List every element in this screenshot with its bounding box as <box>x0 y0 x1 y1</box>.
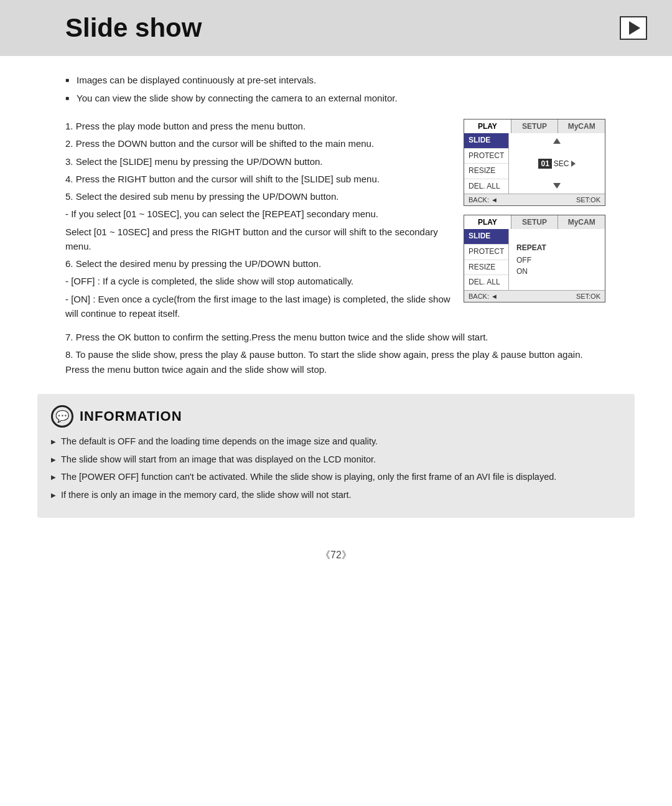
menus-column: PLAY SETUP MyCAM SLIDE PROTECT RESIZE DE… <box>464 119 607 302</box>
step-5: 5. Select the desired sub menu by pressi… <box>65 189 451 204</box>
step-6b: - [ON] : Even once a cycle(from the firs… <box>65 292 451 321</box>
menu2-left: SLIDE PROTECT RESIZE DEL. ALL <box>464 229 509 289</box>
step-5a: - If you select [01 ~ 10SEC], you can se… <box>65 207 451 221</box>
menu1-footer: BACK: ◄ SET:OK <box>464 194 605 205</box>
step-5b: Select [01 ~ 10SEC] and press the RIGHT … <box>65 225 451 254</box>
info-title: INFORMATION <box>80 408 182 424</box>
menu1-left: SLIDE PROTECT RESIZE DEL. ALL <box>464 133 509 194</box>
step-8: 8. To pause the slide show, press the pl… <box>65 347 607 377</box>
step-num: 4. <box>65 174 76 184</box>
menu2-body: SLIDE PROTECT RESIZE DEL. ALL REPEAT OFF… <box>464 229 605 289</box>
menu2-row-resize: RESIZE <box>464 260 508 276</box>
sec-label: SEC <box>554 159 569 168</box>
info-bullet-1: The default is OFF and the loading time … <box>51 435 617 449</box>
info-header: 💬 INFORMATION <box>51 405 617 428</box>
menu1-tab-mycam: MyCAM <box>558 119 605 133</box>
step-4: 4. Press the RIGHT button and the cursor… <box>65 172 451 186</box>
intro-bullet-2: You can view the slide show by connectin… <box>65 91 607 106</box>
sec-value: 01 <box>538 159 551 169</box>
menu2-header: PLAY SETUP MyCAM <box>464 215 605 229</box>
menu1-set: SET:OK <box>576 196 600 204</box>
menu2-set: SET:OK <box>576 293 600 300</box>
menu1-body: SLIDE PROTECT RESIZE DEL. ALL 01 SEC <box>464 133 605 194</box>
steps-menus-section: 1. Press the play mode button and press … <box>65 119 607 324</box>
full-width-steps: 7. Press the OK button to confirm the se… <box>65 330 607 377</box>
step-1: 1. Press the play mode button and press … <box>65 119 451 133</box>
menu1-row-protect: PROTECT <box>464 149 508 164</box>
step-7-num: 7. <box>65 332 76 342</box>
menu1-right-content: 01 SEC <box>513 136 601 191</box>
menu2-row-slide: SLIDE <box>464 229 508 245</box>
intro-bullet-1: Images can be displayed continuously at … <box>65 73 607 88</box>
steps-column: 1. Press the play mode button and press … <box>65 119 451 324</box>
step-num: 6. <box>65 258 76 269</box>
repeat-label: REPEAT <box>516 242 597 255</box>
play-triangle <box>629 21 640 35</box>
menu1-header: PLAY SETUP MyCAM <box>464 119 605 133</box>
info-bullet-2: The slide show will start from an image … <box>51 453 617 467</box>
info-bullets: The default is OFF and the loading time … <box>51 435 617 502</box>
information-box: 💬 INFORMATION The default is OFF and the… <box>37 394 635 518</box>
menu2-back: BACK: ◄ <box>469 293 498 300</box>
page-header: Slide show <box>0 0 672 56</box>
step-2: 2. Press the DOWN button and the cursor … <box>65 136 451 151</box>
menu2-footer: BACK: ◄ SET:OK <box>464 290 605 302</box>
step-num: 1. <box>65 121 76 131</box>
menu2-right-inner: REPEAT OFF ON <box>513 240 601 279</box>
main-content: Images can be displayed continuously at … <box>0 56 672 377</box>
numbered-steps: 1. Press the play mode button and press … <box>65 119 451 321</box>
intro-bullets: Images can be displayed continuously at … <box>65 73 607 105</box>
step-3: 3. Select the [SLIDE] menu by pressing t… <box>65 154 451 169</box>
menu1-right: 01 SEC <box>509 133 605 194</box>
step-num: 3. <box>65 156 76 167</box>
page-number: 《72》 <box>0 549 672 574</box>
info-icon: 💬 <box>51 405 73 428</box>
step-6a: - [OFF] : If a cycle is completed, the s… <box>65 274 451 288</box>
menu2-row-protect: PROTECT <box>464 245 508 260</box>
step-6: 6. Select the desired menu by pressing t… <box>65 256 451 271</box>
sec-row: 01 SEC <box>538 159 575 169</box>
menu2-tab-setup: SETUP <box>511 215 559 229</box>
step-num: 5. <box>65 191 76 202</box>
arrow-up-icon <box>553 138 561 144</box>
step-8-num: 8. <box>65 349 75 360</box>
menu1-row-delall: DEL. ALL <box>464 179 508 194</box>
play-mode-icon <box>620 16 647 40</box>
menu2-right: REPEAT OFF ON <box>509 229 605 289</box>
menu1-tab-play: PLAY <box>464 119 511 133</box>
camera-menu-2: PLAY SETUP MyCAM SLIDE PROTECT RESIZE DE… <box>464 215 605 302</box>
info-bullet-3: The [POWER OFF] function can't be activa… <box>51 471 617 484</box>
menu2-tab-mycam: MyCAM <box>558 215 605 229</box>
page-title: Slide show <box>65 13 202 43</box>
repeat-off: OFF <box>516 255 597 266</box>
arrow-right-icon <box>571 161 576 167</box>
menu1-tab-setup: SETUP <box>511 119 559 133</box>
menu1-row-resize: RESIZE <box>464 164 508 179</box>
menu1-back: BACK: ◄ <box>469 196 498 204</box>
info-bullet-4: If there is only an image in the memory … <box>51 489 617 502</box>
menu2-row-delall: DEL. ALL <box>464 275 508 290</box>
menu1-row-slide: SLIDE <box>464 133 508 149</box>
arrow-down-icon <box>553 183 561 189</box>
step-7: 7. Press the OK button to confirm the se… <box>65 330 607 344</box>
step-num: 2. <box>65 138 76 149</box>
repeat-on: ON <box>516 266 597 277</box>
camera-menu-1: PLAY SETUP MyCAM SLIDE PROTECT RESIZE DE… <box>464 119 605 206</box>
menu2-tab-play: PLAY <box>464 215 511 229</box>
